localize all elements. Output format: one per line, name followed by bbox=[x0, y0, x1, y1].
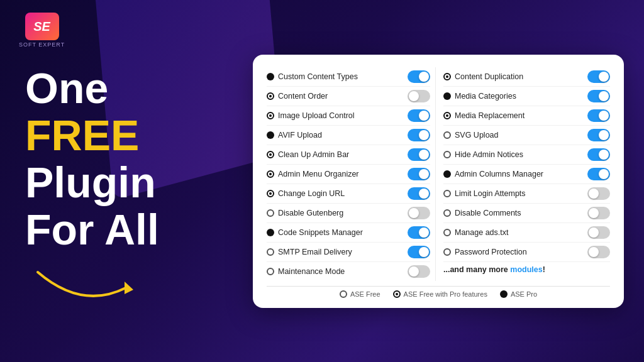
card-legend: ASE Free ASE Free with Pro features ASE … bbox=[267, 290, 610, 298]
ring-icon bbox=[443, 131, 451, 139]
ring-dot-icon bbox=[267, 112, 274, 119]
feature-content-order: Content Order bbox=[267, 87, 430, 106]
feature-image-upload-control: Image Upload Control bbox=[267, 106, 430, 126]
feature-label: Admin Menu Organizer bbox=[278, 170, 359, 178]
feature-label: Change Login URL bbox=[278, 189, 345, 198]
legend-ase-free: ASE Free bbox=[340, 290, 380, 298]
feature-disable-gutenberg: Disable Gutenberg bbox=[267, 204, 430, 223]
feature-label: AVIF Upload bbox=[278, 131, 322, 140]
ring-icon bbox=[443, 151, 451, 158]
headline-line4: For All bbox=[25, 206, 226, 253]
toggle-clean-up-admin-bar[interactable] bbox=[408, 148, 430, 161]
feature-avif-upload: AVIF Upload bbox=[267, 126, 430, 145]
features-card: Custom Content Types Content Order bbox=[253, 55, 624, 308]
ring-dot-icon bbox=[393, 290, 401, 298]
toggle-manage-ads-txt[interactable] bbox=[587, 226, 610, 239]
toggle-admin-columns-manager[interactable] bbox=[587, 168, 610, 180]
feature-svg-upload: SVG Upload bbox=[443, 126, 610, 145]
feature-label: Limit Login Attempts bbox=[455, 189, 526, 198]
feature-smtp-email-delivery: SMTP Email Delivery bbox=[267, 243, 430, 262]
feature-label: Manage ads.txt bbox=[455, 228, 508, 237]
feature-label: Content Order bbox=[278, 92, 328, 101]
toggle-media-categories[interactable] bbox=[587, 90, 610, 102]
feature-label: Hide Admin Notices bbox=[455, 150, 523, 159]
logo-subtext: SOFT EXPERT bbox=[19, 41, 65, 48]
ring-icon bbox=[267, 248, 274, 256]
feature-label: Password Protection bbox=[455, 248, 527, 256]
right-panel: Custom Content Types Content Order bbox=[245, 42, 644, 321]
ring-dot-icon bbox=[443, 112, 451, 119]
toggle-change-login-url[interactable] bbox=[408, 187, 430, 200]
feature-label: SVG Upload bbox=[455, 131, 498, 140]
toggle-admin-menu-organizer[interactable] bbox=[408, 168, 430, 180]
feature-label: Clean Up Admin Bar bbox=[278, 150, 349, 159]
left-column: Custom Content Types Content Order bbox=[267, 67, 436, 281]
feature-label: Image Upload Control bbox=[278, 111, 355, 120]
ring-icon bbox=[443, 248, 451, 256]
modules-label: modules bbox=[510, 265, 542, 274]
toggle-password-protection[interactable] bbox=[587, 246, 610, 258]
feature-label: Media Replacement bbox=[455, 111, 525, 120]
legend-ase-free-label: ASE Free bbox=[350, 290, 380, 298]
feature-maintenance-mode: Maintenance Mode bbox=[267, 262, 430, 281]
feature-label: Custom Content Types bbox=[278, 72, 358, 81]
feature-many-more: ...and many more modules! bbox=[443, 262, 610, 277]
ring-icon bbox=[340, 290, 347, 298]
ring-icon bbox=[443, 190, 451, 197]
ring-icon bbox=[443, 209, 451, 217]
feature-label: Disable Gutenberg bbox=[278, 209, 343, 217]
toggle-hide-admin-notices[interactable] bbox=[587, 148, 610, 161]
headline-line1: One bbox=[25, 65, 226, 112]
feature-label: Content Duplication bbox=[455, 72, 523, 81]
feature-label: Media Categories bbox=[455, 92, 516, 101]
filled-circle-icon bbox=[267, 131, 274, 139]
filled-circle-icon bbox=[443, 92, 451, 100]
filled-circle-icon bbox=[267, 229, 274, 236]
headline-line3: Plugin bbox=[25, 159, 226, 206]
toggle-smtp-email-delivery[interactable] bbox=[408, 246, 430, 258]
ring-icon bbox=[443, 229, 451, 236]
feature-label: Disable Comments bbox=[455, 209, 521, 217]
ring-icon bbox=[267, 209, 274, 217]
feature-admin-columns-manager: Admin Columns Manager bbox=[443, 165, 610, 184]
logo: SE SOFT EXPERT bbox=[19, 13, 65, 48]
toggle-disable-gutenberg[interactable] bbox=[408, 207, 430, 219]
filled-circle-icon bbox=[443, 170, 451, 178]
ring-dot-icon bbox=[443, 73, 451, 80]
feature-clean-up-admin-bar: Clean Up Admin Bar bbox=[267, 145, 430, 165]
feature-hide-admin-notices: Hide Admin Notices bbox=[443, 145, 610, 165]
toggle-maintenance-mode[interactable] bbox=[408, 265, 430, 278]
headline: One FREE Plugin For All bbox=[25, 65, 226, 253]
filled-circle-icon bbox=[500, 290, 508, 298]
feature-manage-ads-txt: Manage ads.txt bbox=[443, 223, 610, 243]
feature-custom-content-types: Custom Content Types bbox=[267, 67, 430, 87]
ring-dot-icon bbox=[267, 92, 274, 100]
toggle-content-order[interactable] bbox=[408, 90, 430, 102]
feature-media-replacement: Media Replacement bbox=[443, 106, 610, 126]
toggle-code-snippets-manager[interactable] bbox=[408, 226, 430, 239]
toggle-limit-login-attempts[interactable] bbox=[587, 187, 610, 200]
card-divider bbox=[267, 286, 610, 287]
feature-content-duplication: Content Duplication bbox=[443, 67, 610, 87]
feature-limit-login-attempts: Limit Login Attempts bbox=[443, 184, 610, 204]
toggle-custom-content-types[interactable] bbox=[408, 70, 430, 83]
feature-admin-menu-organizer: Admin Menu Organizer bbox=[267, 165, 430, 184]
headline-line2: FREE bbox=[25, 112, 226, 159]
many-more-text: ...and many more modules! bbox=[443, 265, 545, 274]
legend-ase-free-pro: ASE Free with Pro features bbox=[393, 290, 487, 298]
filled-circle-icon bbox=[267, 73, 274, 80]
toggle-media-replacement[interactable] bbox=[587, 109, 610, 122]
toggle-avif-upload[interactable] bbox=[408, 129, 430, 141]
left-panel: SE SOFT EXPERT One FREE Plugin For All bbox=[0, 0, 245, 362]
feature-password-protection: Password Protection bbox=[443, 243, 610, 262]
legend-ase-free-pro-label: ASE Free with Pro features bbox=[404, 290, 487, 298]
toggle-content-duplication[interactable] bbox=[587, 70, 610, 83]
arrow-icon bbox=[31, 260, 145, 310]
feature-label: SMTP Email Delivery bbox=[278, 248, 352, 256]
arrow-container bbox=[25, 260, 226, 310]
feature-label: Code Snippets Manager bbox=[278, 228, 363, 237]
many-more-label: ...and many more bbox=[443, 265, 510, 274]
toggle-svg-upload[interactable] bbox=[587, 129, 610, 141]
toggle-image-upload-control[interactable] bbox=[408, 109, 430, 122]
toggle-disable-comments[interactable] bbox=[587, 207, 610, 219]
